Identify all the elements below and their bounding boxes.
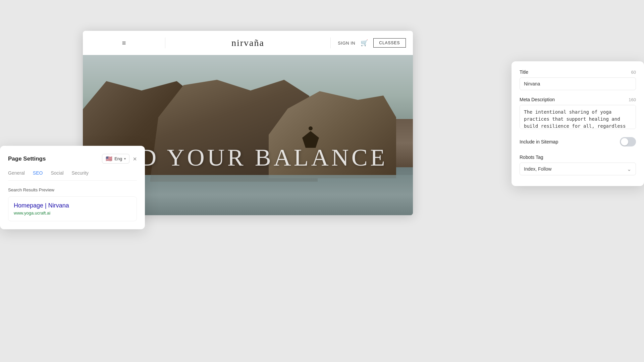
seo-meta-count: 160 — [629, 97, 636, 102]
site-nav: ≡ nirvaña SIGN IN 🛒 CLASSES — [83, 31, 413, 55]
seo-robots-header: Robots Tag — [520, 155, 636, 160]
search-results-preview: Homepage | Nirvana www.yoga.ucraft.ai — [8, 196, 137, 221]
seo-sitemap-row: Include in Sitemap — [520, 137, 636, 148]
flag-icon: 🇺🇸 — [106, 156, 112, 162]
seo-meta-field: Meta Description 160 The intentional sha… — [520, 97, 636, 130]
classes-button[interactable]: CLASSES — [373, 38, 406, 48]
close-button[interactable]: × — [133, 156, 137, 162]
seo-title-header: Title 60 — [520, 69, 636, 75]
seo-meta-textarea[interactable]: The intentional sharing of yoga practice… — [520, 105, 636, 129]
nav-right: SIGN IN 🛒 CLASSES — [331, 38, 413, 48]
search-result-title: Homepage | Nirvana — [14, 202, 131, 209]
cart-icon[interactable]: 🛒 — [361, 39, 368, 47]
chevron-down-icon: ▾ — [124, 157, 126, 161]
sitemap-toggle[interactable] — [620, 137, 636, 146]
search-results-label: Search Results Preview — [8, 187, 137, 192]
nav-center: nirvaña — [165, 38, 331, 48]
tab-general[interactable]: General — [8, 170, 25, 176]
seo-robots-label: Robots Tag — [520, 155, 543, 160]
panel-tabs: General SEO Social Security — [8, 170, 137, 181]
seo-title-input[interactable] — [520, 77, 636, 90]
panel-header: Page Settings 🇺🇸 Eng ▾ × — [8, 154, 137, 164]
seo-title-field: Title 60 — [520, 69, 636, 90]
seo-title-count: 60 — [631, 70, 636, 75]
site-logo: nirvaña — [231, 38, 264, 48]
seo-title-label: Title — [520, 69, 528, 75]
page-settings-panel: Page Settings 🇺🇸 Eng ▾ × General SEO Soc… — [0, 146, 145, 229]
search-result-url: www.yoga.ucraft.ai — [14, 210, 131, 216]
tab-social[interactable]: Social — [51, 170, 63, 176]
seo-meta-header: Meta Description 160 — [520, 97, 636, 102]
seo-meta-label: Meta Description — [520, 97, 555, 102]
sitemap-label: Include in Sitemap — [520, 139, 558, 144]
seo-panel: Title 60 Meta Description 160 The intent… — [512, 61, 644, 186]
seo-robots-row: Robots Tag Index, Follow No Index, No Fo… — [520, 155, 636, 175]
hamburger-icon[interactable]: ≡ — [122, 39, 126, 47]
tab-seo[interactable]: SEO — [33, 170, 43, 176]
sign-in-text[interactable]: SIGN IN — [338, 41, 355, 46]
tab-security[interactable]: Security — [72, 170, 89, 176]
lang-label: Eng — [114, 156, 122, 161]
seo-robots-select-wrapper: Index, Follow No Index, No Follow Index,… — [520, 163, 636, 175]
language-selector[interactable]: 🇺🇸 Eng ▾ — [102, 154, 129, 164]
nav-left: ≡ — [83, 39, 165, 47]
panel-title: Page Settings — [8, 156, 46, 162]
panel-header-right: 🇺🇸 Eng ▾ × — [102, 154, 137, 164]
seo-robots-select[interactable]: Index, Follow No Index, No Follow Index,… — [520, 163, 636, 175]
